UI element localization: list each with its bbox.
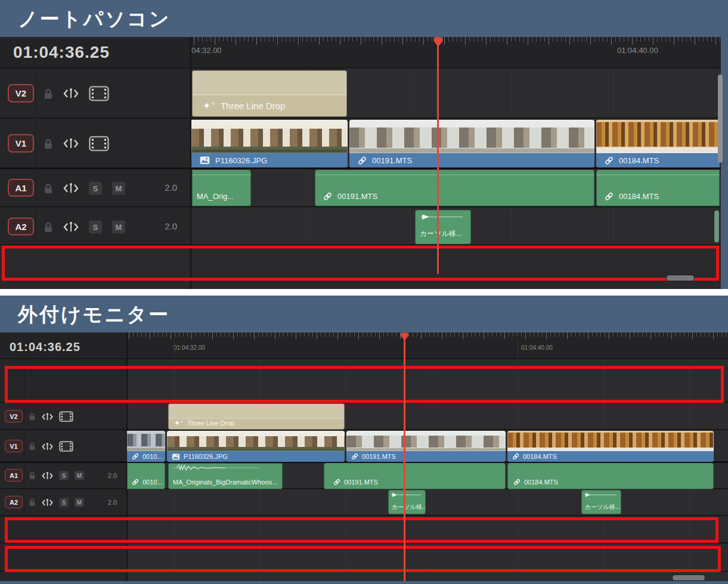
clip-label: MA_Orig... xyxy=(197,192,234,201)
clip-label: 00184.MTS xyxy=(524,479,558,486)
timeline-clip-effect[interactable]: ✦✧ Three Line Drop xyxy=(192,70,347,117)
track-badge-a2[interactable]: A2 xyxy=(8,218,34,235)
track-badge-a2[interactable]: A2 xyxy=(5,496,23,508)
auto-select-icon[interactable] xyxy=(42,498,53,507)
auto-select-icon[interactable] xyxy=(63,221,79,233)
track-channels: 2.0 xyxy=(149,182,177,192)
link-icon xyxy=(323,192,332,201)
annotation-highlight-box xyxy=(5,366,724,403)
lock-icon[interactable] xyxy=(29,412,36,421)
timeline-clip-audio[interactable]: カーソル移... xyxy=(415,210,471,244)
clip-name-row: 00184.MTS xyxy=(507,479,714,486)
clip-label: 0010... xyxy=(142,453,163,460)
lock-icon[interactable] xyxy=(44,183,53,194)
timeline-clip-audio[interactable]: カーソル移... xyxy=(388,490,426,514)
row-divider xyxy=(0,358,728,359)
track-channels: 2.0 xyxy=(97,472,117,479)
timeline-clip-audio[interactable]: カーソル移... xyxy=(581,490,621,514)
timeline-clip-effect[interactable]: ✦✧ Three Line Drop xyxy=(168,403,345,430)
clip-label: MA_Originals_BigDramaticWhoos... xyxy=(173,479,277,486)
section1-timecode: 01:04:36.25 xyxy=(13,43,110,62)
timeline-clip-video[interactable]: 00184.MTS xyxy=(596,120,720,167)
section1-title: ノートパソコン xyxy=(18,6,171,33)
mute-button[interactable]: M xyxy=(112,182,125,195)
clip-name-bar: 0010... xyxy=(127,451,165,462)
auto-select-icon[interactable] xyxy=(42,471,53,480)
film-frame-icon[interactable] xyxy=(59,411,73,422)
timeline-clip-audio[interactable]: MA_Originals_BigDramaticWhoos... xyxy=(168,463,283,489)
mute-button[interactable]: M xyxy=(75,498,84,507)
horizontal-scrollbar[interactable] xyxy=(672,574,705,581)
mute-button[interactable]: M xyxy=(75,471,84,480)
timeline-clip-audio[interactable]: 00191.MTS xyxy=(324,463,506,489)
auto-select-icon[interactable] xyxy=(63,138,79,150)
clip-label: 00191.MTS xyxy=(372,156,412,165)
track-badge-a1[interactable]: A1 xyxy=(8,179,34,197)
solo-button[interactable]: S xyxy=(59,498,69,507)
vertical-scrollbar[interactable] xyxy=(718,74,723,163)
section2-timecode: 01:04:36.25 xyxy=(10,340,80,354)
waveform-strip xyxy=(127,463,165,468)
clip-name-row: MA_Orig... xyxy=(192,192,251,201)
track-badge-v1[interactable]: V1 xyxy=(5,440,23,452)
waveform-strip xyxy=(315,170,594,177)
track-badge-v2[interactable]: V2 xyxy=(8,84,34,102)
playhead-line[interactable] xyxy=(437,37,439,274)
lock-icon[interactable] xyxy=(44,138,53,150)
clip-name-row: 00191.MTS xyxy=(324,479,506,486)
mute-button[interactable]: M xyxy=(112,220,125,234)
auto-select-icon[interactable] xyxy=(42,412,53,421)
timeline-clip-video[interactable]: 0010... xyxy=(127,431,165,462)
section-separator xyxy=(0,289,728,296)
track-controls-a1: S M xyxy=(44,181,125,196)
vertical-scrollbar-thumb[interactable] xyxy=(714,210,720,243)
lock-icon[interactable] xyxy=(44,88,53,100)
timeline-clip-video[interactable]: P1160326.JPG xyxy=(191,120,348,167)
film-frame-icon[interactable] xyxy=(89,136,109,151)
film-frame-icon[interactable] xyxy=(89,86,109,101)
timeline-clip-video[interactable]: P1160326.JPG xyxy=(167,431,345,462)
lock-icon[interactable] xyxy=(44,222,53,233)
clip-label: カーソル移... xyxy=(420,229,462,239)
track-controls-a1: S M xyxy=(29,470,84,481)
timeline-clip-audio[interactable]: 00191.MTS xyxy=(315,170,594,206)
ruler-label: 01:04:40.00 xyxy=(521,344,553,351)
clip-name-row: ✦✧ Three Line Drop xyxy=(168,420,345,427)
track-badge-a1[interactable]: A1 xyxy=(5,469,23,482)
ruler-label: 04:32.00 xyxy=(191,46,222,55)
timeline-clip-video[interactable]: 00191.MTS xyxy=(346,431,506,462)
playhead-marker[interactable] xyxy=(400,333,409,341)
horizontal-scrollbar[interactable] xyxy=(666,275,695,281)
timeline-clip-audio[interactable]: 00184.MTS xyxy=(596,170,720,206)
clip-name-bar: 00184.MTS xyxy=(596,153,720,167)
link-icon xyxy=(351,453,358,460)
playhead-line[interactable] xyxy=(404,333,405,581)
clip-thumbnail-filmstrip xyxy=(596,120,720,153)
clip-name-row: カーソル移... xyxy=(415,229,471,239)
timeline-clip-video[interactable]: 00191.MTS xyxy=(349,120,594,167)
lock-icon[interactable] xyxy=(29,442,36,451)
link-icon xyxy=(512,453,519,460)
timeline-clip-audio[interactable]: 0010... xyxy=(127,463,165,489)
clip-label: Three Line Drop xyxy=(221,101,285,111)
solo-button[interactable]: S xyxy=(59,471,69,480)
playhead-marker[interactable] xyxy=(433,37,444,47)
track-badge-v1[interactable]: V1 xyxy=(8,134,34,153)
timeline-clip-audio[interactable]: MA_Orig... xyxy=(192,170,251,206)
solo-button[interactable]: S xyxy=(89,220,102,234)
auto-select-icon[interactable] xyxy=(42,442,53,451)
auto-select-icon[interactable] xyxy=(63,182,79,194)
film-frame-icon[interactable] xyxy=(59,441,73,452)
lock-icon[interactable] xyxy=(29,471,36,480)
auto-select-icon[interactable] xyxy=(63,88,79,100)
cursor-arrow-waveform-icon xyxy=(420,213,464,220)
clip-label: 00184.MTS xyxy=(619,156,659,165)
lock-icon[interactable] xyxy=(29,498,36,507)
link-icon xyxy=(605,192,614,201)
clip-label: 00191.MTS xyxy=(337,192,377,201)
track-badge-v2[interactable]: V2 xyxy=(5,410,23,423)
cursor-arrow-waveform-icon xyxy=(584,492,617,498)
timeline-clip-audio[interactable]: 00184.MTS xyxy=(507,463,714,489)
timeline-clip-video[interactable]: 00184.MTS xyxy=(507,431,714,462)
solo-button[interactable]: S xyxy=(89,182,102,195)
